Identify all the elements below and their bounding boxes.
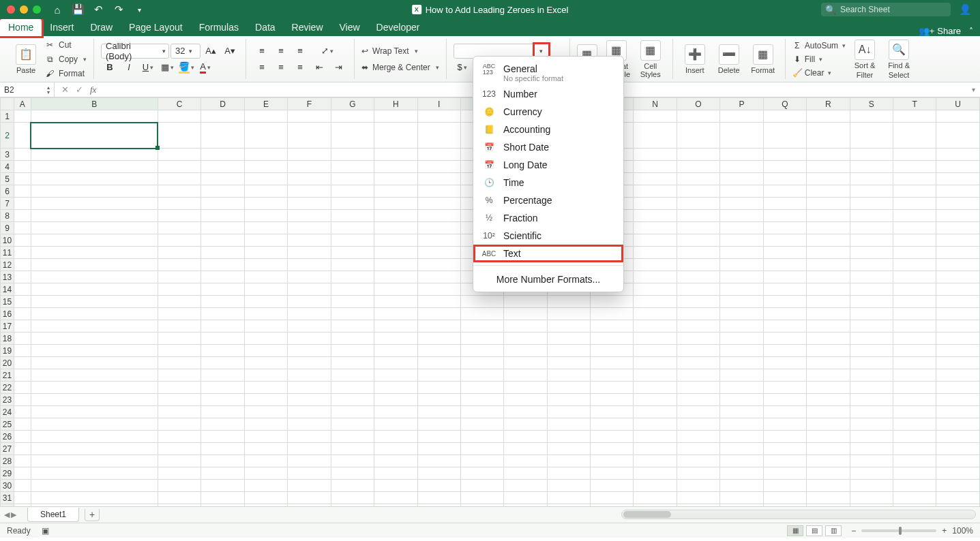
cell[interactable] (417, 222, 460, 234)
zoom-control[interactable]: − + 100% (851, 526, 973, 536)
cell[interactable] (288, 345, 331, 357)
cell[interactable] (807, 149, 850, 161)
cell[interactable] (244, 443, 287, 455)
cell[interactable] (590, 357, 633, 369)
tab-data[interactable]: Data (247, 19, 284, 36)
cell[interactable] (677, 406, 719, 418)
cell[interactable] (590, 308, 633, 320)
cell[interactable] (331, 455, 374, 467)
cell[interactable] (677, 123, 719, 149)
cell[interactable] (893, 345, 936, 357)
cell[interactable] (720, 123, 763, 149)
cell[interactable] (720, 492, 763, 504)
cell[interactable] (460, 320, 503, 333)
cell[interactable] (936, 443, 980, 455)
cell[interactable] (850, 210, 893, 222)
cell[interactable] (763, 406, 806, 418)
cell[interactable] (590, 296, 633, 308)
cell[interactable] (201, 492, 244, 504)
cell[interactable] (244, 259, 287, 271)
cell[interactable] (763, 467, 806, 480)
increase-font-icon[interactable]: A▴ (202, 44, 220, 59)
cell[interactable] (936, 431, 980, 443)
format-scientific-item[interactable]: 10²Scientific (473, 227, 623, 245)
cell[interactable] (763, 173, 806, 185)
cell[interactable] (677, 185, 719, 198)
add-sheet-button[interactable]: + (85, 509, 100, 521)
cell[interactable] (288, 210, 331, 222)
cell[interactable] (677, 455, 719, 467)
orientation-button[interactable]: ⤢▾ (318, 44, 336, 59)
cell[interactable] (763, 357, 806, 369)
fx-icon[interactable]: fx (90, 84, 96, 95)
cell[interactable] (936, 161, 980, 173)
cell[interactable] (936, 110, 980, 123)
cell[interactable] (634, 210, 677, 222)
cell[interactable] (244, 467, 287, 480)
column-header[interactable]: N (634, 98, 677, 110)
cell[interactable] (331, 394, 374, 406)
cell[interactable] (31, 418, 158, 431)
cell[interactable] (244, 345, 287, 357)
cell[interactable] (936, 185, 980, 198)
cell[interactable] (14, 443, 31, 455)
cell[interactable] (807, 198, 850, 210)
cell[interactable] (893, 394, 936, 406)
cell[interactable] (331, 110, 374, 123)
row-header[interactable]: 4 (1, 161, 14, 173)
cell[interactable] (893, 149, 936, 161)
cell[interactable] (677, 271, 719, 283)
cell[interactable] (547, 382, 590, 394)
cell[interactable] (504, 369, 547, 382)
cell[interactable] (331, 406, 374, 418)
cell[interactable] (720, 345, 763, 357)
currency-style-button[interactable]: $▾ (454, 60, 471, 75)
cell[interactable] (893, 198, 936, 210)
cell[interactable] (158, 173, 201, 185)
cell[interactable] (720, 333, 763, 345)
cell[interactable] (244, 198, 287, 210)
cell[interactable] (244, 369, 287, 382)
cell[interactable] (288, 185, 331, 198)
cell[interactable] (936, 308, 980, 320)
cell[interactable] (547, 480, 590, 492)
cell[interactable] (417, 149, 460, 161)
cell[interactable] (244, 357, 287, 369)
cell[interactable] (634, 443, 677, 455)
cell[interactable] (590, 382, 633, 394)
row-header[interactable]: 25 (1, 418, 14, 431)
cell[interactable] (31, 283, 158, 296)
cell[interactable] (893, 161, 936, 173)
cell[interactable] (374, 110, 417, 123)
format-fraction-item[interactable]: ½Fraction (473, 209, 623, 227)
cell[interactable] (374, 308, 417, 320)
page-break-view-button[interactable]: ▥ (825, 525, 842, 536)
cell[interactable] (677, 234, 719, 247)
cell[interactable] (634, 259, 677, 271)
cell[interactable] (417, 357, 460, 369)
cell[interactable] (244, 492, 287, 504)
tab-draw[interactable]: Draw (82, 19, 121, 36)
cell[interactable] (936, 234, 980, 247)
row-header[interactable]: 29 (1, 467, 14, 480)
cell[interactable] (288, 431, 331, 443)
cell[interactable] (850, 123, 893, 149)
cell[interactable] (504, 333, 547, 345)
cell[interactable] (288, 333, 331, 345)
cell[interactable] (590, 480, 633, 492)
cell[interactable] (201, 394, 244, 406)
cell[interactable] (201, 210, 244, 222)
cell[interactable] (634, 418, 677, 431)
cell[interactable] (288, 467, 331, 480)
cell[interactable] (504, 357, 547, 369)
align-middle-icon[interactable]: ≡ (272, 44, 290, 59)
italic-button[interactable]: I (120, 60, 138, 75)
tab-home[interactable]: Home (0, 19, 42, 36)
cell[interactable] (936, 198, 980, 210)
cell[interactable] (936, 247, 980, 259)
cell[interactable] (201, 234, 244, 247)
cell[interactable] (288, 357, 331, 369)
cell[interactable] (850, 333, 893, 345)
cell[interactable] (720, 357, 763, 369)
cell[interactable] (893, 173, 936, 185)
